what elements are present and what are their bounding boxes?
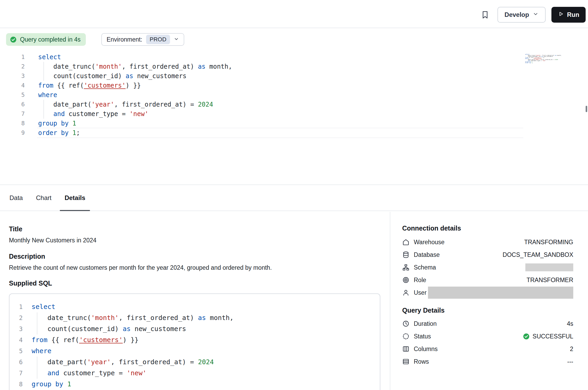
code-token: date_trunc(: [38, 63, 95, 70]
redacted-value: [525, 263, 573, 271]
code-token: , first_ordered_at) =: [111, 358, 198, 366]
code-token: count(customer_id): [38, 72, 122, 80]
code-token: from: [32, 336, 47, 344]
tab-details[interactable]: Details: [64, 185, 85, 211]
code-token: 1: [67, 380, 71, 388]
code-token: [69, 120, 72, 127]
line-number: 5: [9, 346, 23, 357]
editor-minimap[interactable]: select date_trunc('month', first_ordered…: [525, 54, 554, 63]
code-line: 5where: [9, 346, 380, 357]
code-token: select: [38, 53, 61, 61]
rows-row: Rows---: [402, 355, 573, 368]
schema-label: Schema: [414, 264, 436, 271]
code-token: date_part(: [38, 101, 91, 108]
sql-editor[interactable]: 1select2 date_trunc('month', first_order…: [0, 52, 588, 184]
schema-icon: [402, 264, 410, 271]
status-label: Status: [414, 333, 431, 340]
supplied-sql-lines: 1select2 date_trunc('month', first_order…: [9, 301, 380, 390]
status-value: SUCCESSFUL: [523, 333, 573, 340]
code-line: 3 count(customer_id) as new_customers: [0, 71, 588, 81]
code-token: 1: [72, 120, 76, 127]
code-token: [69, 129, 72, 137]
code-line: 6 date_part('year', first_ordered_at) = …: [9, 357, 380, 368]
database-row: DatabaseDOCS_TEAM_SANDBOX: [402, 248, 573, 261]
run-button[interactable]: Run: [551, 7, 586, 23]
details-panel: Title Monthly New Customers in 2024 Desc…: [0, 212, 390, 390]
line-number: 7: [0, 109, 25, 119]
supplied-sql-block: 1select2 date_trunc('month', first_order…: [9, 293, 380, 390]
line-number: 6: [0, 100, 25, 109]
duration-value: 4s: [567, 320, 573, 327]
bookmark-button[interactable]: [479, 9, 491, 21]
environment-badge: PROD: [146, 35, 170, 44]
code-token: as: [119, 325, 131, 333]
schema-row: Schema: [402, 261, 573, 274]
tab-chart[interactable]: Chart: [36, 185, 52, 211]
run-label: Run: [567, 11, 579, 18]
code-token: customer_type =: [59, 369, 127, 377]
code-token: as: [194, 314, 206, 322]
database-label: Database: [414, 251, 440, 258]
query-details-heading: Query Details: [402, 306, 573, 314]
code-token: 1: [72, 129, 76, 137]
code-token: [38, 110, 53, 118]
develop-dropdown-button[interactable]: Develop: [497, 7, 546, 23]
code-token: {{ ref(: [47, 336, 79, 344]
user-value: [428, 287, 573, 299]
warehouse-label: Warehouse: [414, 239, 445, 246]
code-token: where: [32, 347, 51, 355]
code-token: order by: [38, 129, 69, 137]
environment-dropdown[interactable]: Environment: PROD: [101, 33, 184, 46]
code-token: 2024: [198, 358, 214, 366]
minimap-line: order by 1;: [525, 62, 554, 63]
description-value: Retrieve the count of new customers per …: [9, 264, 380, 271]
chevron-down-icon: [533, 11, 539, 18]
ref-model-link[interactable]: 'customers': [84, 82, 126, 89]
columns-label: Columns: [414, 346, 438, 353]
code-line: 7 and customer_type = 'new': [9, 368, 380, 379]
status-row: StatusSUCCESSFUL: [402, 330, 573, 343]
success-check-icon: [523, 333, 530, 340]
code-line: 4from {{ ref('customers') }}: [9, 334, 380, 346]
scrollbar-thumb[interactable]: [586, 106, 587, 112]
rows-value: ---: [567, 358, 573, 365]
line-number: 2: [9, 312, 23, 323]
user-label: User: [414, 289, 427, 296]
query-status-pill: Query completed in 4s: [6, 33, 86, 46]
chevron-down-icon: [174, 36, 179, 43]
code-token: {{ ref(: [53, 82, 84, 89]
code-token: and: [47, 369, 59, 377]
status-icon: [402, 333, 410, 340]
query-status-text: Query completed in 4s: [20, 36, 81, 43]
rows-icon: [402, 358, 410, 365]
code-token: ) }}: [123, 336, 138, 344]
code-line: 1select: [9, 301, 380, 312]
code-token: 'month': [95, 63, 122, 70]
connection-rows: WarehouseTRANSFORMINGDatabaseDOCS_TEAM_S…: [402, 236, 573, 299]
line-number: 4: [0, 81, 25, 90]
line-number: 3: [0, 71, 25, 81]
ref-model-link[interactable]: 'customers': [79, 336, 123, 344]
title-heading: Title: [9, 225, 380, 233]
connection-details-heading: Connection details: [402, 224, 573, 232]
code-token: date_trunc(: [32, 314, 91, 322]
tab-data[interactable]: Data: [9, 185, 23, 211]
code-token: count(customer_id): [32, 325, 119, 333]
code-token: 2024: [198, 101, 213, 108]
line-number: 8: [9, 379, 23, 390]
code-token: ) }}: [126, 82, 141, 89]
columns-row: Columns2: [402, 343, 573, 355]
code-line: 8group by 1: [0, 119, 588, 128]
rows-label: Rows: [414, 358, 429, 365]
code-token: date_part(: [32, 358, 87, 366]
user-row: User: [402, 286, 573, 299]
code-token: , first_ordered_at): [119, 314, 194, 322]
line-number: 5: [0, 90, 25, 100]
develop-label: Develop: [505, 11, 529, 18]
play-icon: [558, 11, 564, 19]
line-number: 7: [9, 368, 23, 379]
code-token: 'month': [91, 314, 119, 322]
code-token: 'new': [127, 369, 146, 377]
code-token: and: [53, 110, 65, 118]
duration-icon: [402, 320, 410, 327]
